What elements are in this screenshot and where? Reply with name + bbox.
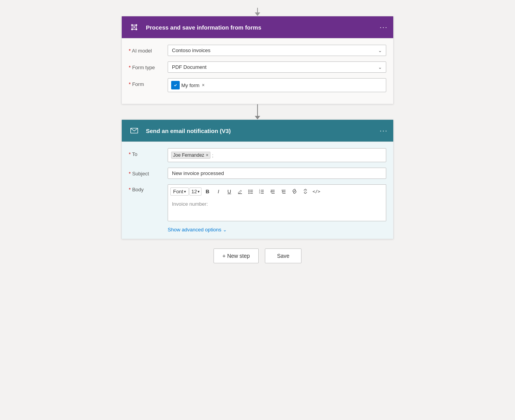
numbered-list-button[interactable]: 1. 2. 3.: [257, 186, 267, 196]
form-tag-icon: [171, 81, 180, 89]
italic-button[interactable]: I: [213, 186, 223, 196]
bottom-buttons: + New step Save: [214, 248, 301, 263]
svg-point-15: [249, 191, 250, 192]
bullet-list-button[interactable]: [246, 186, 256, 196]
indent-more-button[interactable]: [279, 186, 289, 196]
show-advanced-button[interactable]: Show advanced options ⌄: [168, 227, 386, 233]
card-process-forms: Process and save information from forms …: [121, 16, 394, 104]
code-button[interactable]: </>: [311, 186, 321, 196]
card2-title: Send an email notification (V3): [146, 128, 380, 134]
card-send-email: Send an email notification (V3) ··· * To…: [121, 119, 394, 239]
subject-row: * Subject New invoice processed: [129, 168, 386, 179]
form-type-label: * Form type: [129, 61, 168, 70]
svg-text:3.: 3.: [259, 192, 261, 194]
svg-line-31: [294, 191, 295, 192]
advanced-options: Show advanced options ⌄: [168, 227, 386, 233]
body-row: * Body Font ▾ 12 ▾ B: [129, 184, 386, 221]
svg-point-13: [249, 190, 250, 191]
ai-model-row: * AI model Contoso invoices ⌄: [129, 45, 386, 56]
to-label: * To: [129, 148, 168, 157]
save-button[interactable]: Save: [265, 248, 301, 263]
font-selector[interactable]: Font ▾: [170, 187, 189, 196]
unlink-button[interactable]: [300, 186, 310, 196]
ai-model-label: * AI model: [129, 45, 168, 54]
ai-model-control: Contoso invoices ⌄: [168, 45, 386, 56]
body-editor[interactable]: Invoice number:: [168, 198, 386, 221]
form-type-row: * Form type PDF Document ⌄: [129, 61, 386, 73]
ai-model-arrow: ⌄: [378, 48, 382, 53]
form-label: * Form: [129, 78, 168, 87]
advanced-chevron: ⌄: [223, 227, 227, 233]
form-type-select[interactable]: PDF Document ⌄: [168, 61, 386, 73]
to-row: * To Joe Fernandez × ;: [129, 148, 386, 162]
process-forms-icon: [127, 20, 141, 34]
form-tag: My form ×: [171, 81, 205, 89]
subject-label: * Subject: [129, 168, 168, 177]
svg-point-1: [135, 24, 137, 26]
form-type-arrow: ⌄: [378, 65, 382, 70]
ai-model-required: *: [129, 48, 132, 54]
ai-model-select[interactable]: Contoso invoices ⌄: [168, 45, 386, 56]
bold-button[interactable]: B: [202, 186, 212, 196]
card1-menu[interactable]: ···: [380, 23, 388, 32]
body-label: * Body: [129, 184, 168, 192]
form-tag-close[interactable]: ×: [202, 82, 205, 88]
underline-button[interactable]: U: [224, 186, 234, 196]
highlight-button[interactable]: [235, 186, 245, 196]
body-control: Font ▾ 12 ▾ B I: [168, 184, 386, 221]
form-tag-text: My form: [181, 82, 200, 88]
to-input[interactable]: Joe Fernandez × ;: [168, 148, 386, 162]
card2-menu[interactable]: ···: [380, 127, 388, 135]
to-control: Joe Fernandez × ;: [168, 148, 386, 162]
svg-point-17: [249, 193, 250, 194]
size-arrow: ▾: [198, 189, 200, 194]
card1-title: Process and save information from forms: [146, 24, 380, 31]
body-toolbar: Font ▾ 12 ▾ B I: [168, 184, 386, 198]
svg-point-3: [135, 28, 137, 30]
subject-control: New invoice processed: [168, 168, 386, 179]
form-control: My form ×: [168, 78, 386, 92]
connector-arrow: [255, 104, 260, 119]
indent-less-button[interactable]: [268, 186, 278, 196]
to-person-tag: Joe Fernandez ×: [171, 152, 210, 159]
svg-point-0: [131, 24, 133, 26]
form-row: * Form My form ×: [129, 78, 386, 92]
subject-input[interactable]: New invoice processed: [168, 168, 386, 179]
font-size-selector[interactable]: 12 ▾: [189, 187, 201, 196]
font-arrow: ▾: [184, 189, 186, 194]
form-tag-input[interactable]: My form ×: [168, 78, 386, 92]
form-type-control: PDF Document ⌄: [168, 61, 386, 73]
email-icon: [127, 124, 141, 138]
to-tag-close[interactable]: ×: [206, 152, 208, 158]
svg-point-2: [131, 28, 133, 30]
link-button[interactable]: [289, 186, 300, 196]
new-step-button[interactable]: + New step: [214, 248, 259, 263]
